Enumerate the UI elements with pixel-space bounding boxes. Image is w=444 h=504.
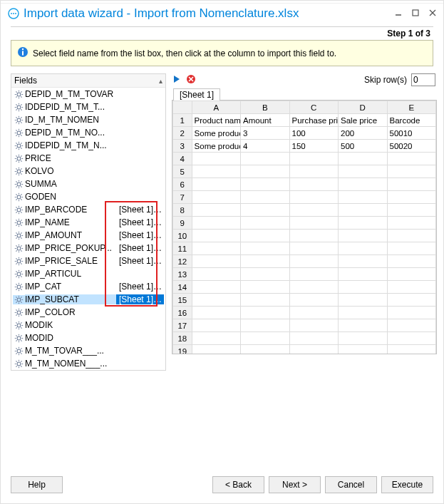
grid-cell[interactable] — [289, 230, 338, 242]
grid-cell[interactable] — [339, 268, 387, 281]
row-header[interactable]: 2 — [173, 127, 192, 140]
grid-cell[interactable] — [289, 255, 338, 268]
grid-cell[interactable] — [387, 319, 436, 332]
row-header[interactable]: 5 — [173, 165, 192, 178]
grid-cell[interactable] — [339, 230, 387, 242]
maximize-button[interactable] — [412, 9, 419, 19]
grid-cell[interactable] — [241, 230, 289, 242]
grid-cell[interactable]: 200 — [339, 127, 387, 140]
grid-cell[interactable] — [387, 255, 436, 268]
grid-cell[interactable] — [387, 153, 436, 165]
row-header[interactable]: 8 — [173, 204, 192, 217]
grid-cell[interactable] — [192, 217, 240, 230]
chevron-up-icon[interactable]: ▴ — [159, 77, 162, 85]
column-header[interactable]: B — [241, 101, 289, 114]
grid-cell[interactable] — [192, 268, 240, 281]
grid-cell[interactable] — [192, 178, 240, 191]
row-header[interactable]: 19 — [173, 345, 192, 355]
grid-cell[interactable] — [241, 307, 289, 319]
column-header[interactable]: C — [289, 101, 338, 114]
field-row[interactable]: IMP_BARCODE[Sheet 1]E... — [11, 203, 165, 216]
field-row[interactable]: KOLVO — [11, 165, 165, 178]
grid-cell[interactable] — [192, 204, 240, 217]
grid-cell[interactable]: 100 — [289, 127, 338, 140]
grid-cell[interactable] — [339, 345, 387, 355]
field-row[interactable]: IDDEPID_M_TM_N... — [11, 139, 165, 152]
grid-cell[interactable] — [387, 217, 436, 230]
grid-cell[interactable] — [339, 281, 387, 294]
field-row[interactable]: SUMMA — [11, 178, 165, 190]
grid-cell[interactable]: Purchase pric — [289, 114, 338, 127]
row-header[interactable]: 12 — [173, 255, 192, 268]
cancel-button[interactable]: Cancel — [325, 476, 377, 493]
field-row[interactable]: IMP_COLOR — [11, 306, 165, 319]
grid-cell[interactable] — [339, 217, 387, 230]
grid-cell[interactable] — [289, 345, 338, 355]
grid-cell[interactable] — [241, 217, 289, 230]
grid-cell[interactable]: Product name — [192, 114, 240, 127]
grid-cell[interactable]: 4 — [241, 140, 289, 153]
row-header[interactable]: 17 — [173, 319, 192, 332]
field-row[interactable]: M_TM_NOMEN___... — [11, 357, 165, 370]
grid-cell[interactable]: Amount — [241, 114, 289, 127]
grid-cell[interactable] — [387, 204, 436, 217]
grid-cell[interactable] — [192, 165, 240, 178]
grid-cell[interactable] — [289, 281, 338, 294]
grid-cell[interactable] — [387, 191, 436, 204]
field-row[interactable]: GODEN — [11, 190, 165, 203]
row-header[interactable]: 16 — [173, 307, 192, 319]
field-row[interactable]: M_TM_TOVAR___... — [11, 344, 165, 357]
row-header[interactable]: 15 — [173, 294, 192, 307]
grid-cell[interactable]: Sale price — [339, 114, 387, 127]
field-row[interactable]: MODIK — [11, 319, 165, 331]
grid-cell[interactable] — [241, 294, 289, 307]
grid-cell[interactable] — [339, 255, 387, 268]
grid-cell[interactable] — [387, 281, 436, 294]
grid-cell[interactable] — [192, 307, 240, 319]
grid-cell[interactable] — [241, 345, 289, 355]
field-row[interactable]: IMP_AMOUNT[Sheet 1]B... — [11, 229, 165, 242]
grid-cell[interactable] — [192, 230, 240, 242]
grid-cell[interactable] — [241, 191, 289, 204]
field-row[interactable]: ID_M_TM_NOMEN — [11, 113, 165, 126]
grid-cell[interactable] — [241, 281, 289, 294]
field-row[interactable]: IMP_NAME[Sheet 1]A... — [11, 216, 165, 229]
grid-cell[interactable]: 50010 — [387, 127, 436, 140]
fields-list[interactable]: DEPID_M_TM_TOVARIDDEPID_M_TM_T...ID_M_TM… — [11, 88, 165, 370]
grid-cell[interactable] — [339, 191, 387, 204]
grid-cell[interactable]: 50020 — [387, 140, 436, 153]
grid-cell[interactable] — [192, 319, 240, 332]
row-header[interactable]: 11 — [173, 242, 192, 255]
grid-cell[interactable] — [241, 319, 289, 332]
grid-cell[interactable] — [339, 294, 387, 307]
column-header[interactable]: A — [192, 101, 240, 114]
grid-cell[interactable] — [289, 242, 338, 255]
field-row[interactable]: IMP_ARTICUL — [11, 267, 165, 280]
field-row[interactable]: MODID — [11, 331, 165, 344]
row-header[interactable]: 7 — [173, 191, 192, 204]
grid-cell[interactable] — [192, 332, 240, 345]
grid-cell[interactable]: Some produc — [192, 140, 240, 153]
skip-rows-input[interactable] — [411, 73, 435, 86]
grid-cell[interactable] — [241, 255, 289, 268]
grid-cell[interactable] — [387, 268, 436, 281]
back-button[interactable]: < Back — [212, 476, 264, 493]
delete-icon[interactable] — [186, 74, 196, 86]
column-header[interactable]: E — [387, 101, 436, 114]
grid-cell[interactable] — [387, 230, 436, 242]
grid-cell[interactable] — [387, 165, 436, 178]
grid-cell[interactable] — [339, 307, 387, 319]
grid-cell[interactable] — [289, 165, 338, 178]
grid-cell[interactable] — [289, 204, 338, 217]
grid-cell[interactable]: 3 — [241, 127, 289, 140]
grid-cell[interactable] — [289, 332, 338, 345]
grid-cell[interactable] — [192, 294, 240, 307]
row-header[interactable]: 18 — [173, 332, 192, 345]
grid-cell[interactable] — [339, 153, 387, 165]
grid-cell[interactable] — [241, 268, 289, 281]
minimize-button[interactable] — [395, 9, 402, 19]
grid-cell[interactable] — [289, 319, 338, 332]
grid-cell[interactable] — [387, 332, 436, 345]
row-header[interactable]: 6 — [173, 178, 192, 191]
field-row[interactable]: PRICE — [11, 152, 165, 165]
